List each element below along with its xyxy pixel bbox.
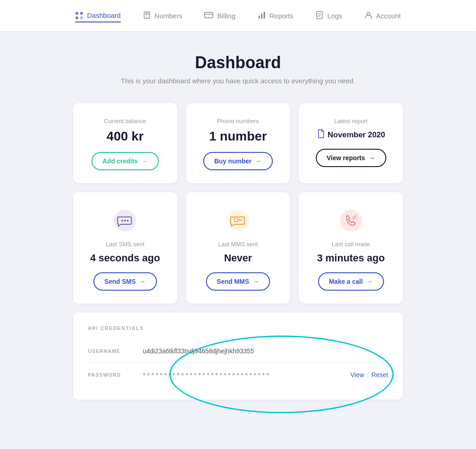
phone-numbers-card: Phone numbers 1 number Buy number bbox=[186, 103, 290, 183]
svg-point-19 bbox=[124, 220, 126, 222]
api-username-row: USERNAME u4di23a6tkfl33tsdj94658djhejhkh… bbox=[88, 340, 388, 362]
svg-rect-9 bbox=[259, 16, 260, 19]
api-credentials-section: API CREDENTIALS USERNAME u4di23a6tkfl33t… bbox=[73, 313, 403, 400]
call-icon-wrap bbox=[337, 207, 365, 234]
svg-point-4 bbox=[146, 16, 147, 17]
latest-report-card: Latest report November 2020 View reports bbox=[299, 103, 403, 183]
svg-point-18 bbox=[121, 220, 123, 222]
svg-rect-7 bbox=[205, 12, 213, 18]
dashboard-icon bbox=[75, 11, 83, 19]
svg-point-20 bbox=[127, 220, 129, 222]
mms-label: Last MMS sent bbox=[218, 241, 258, 248]
buy-number-button[interactable]: Buy number bbox=[203, 152, 273, 170]
nav-account[interactable]: Account bbox=[364, 9, 401, 22]
svg-rect-10 bbox=[261, 14, 262, 19]
svg-rect-0 bbox=[76, 12, 78, 15]
page-subtitle: This is your dashboard where you have qu… bbox=[73, 77, 403, 85]
reset-password-link[interactable]: Reset bbox=[371, 371, 388, 379]
sms-icon bbox=[113, 209, 137, 233]
account-icon bbox=[364, 11, 373, 21]
view-password-link[interactable]: View bbox=[350, 371, 364, 379]
svg-rect-2 bbox=[76, 16, 78, 19]
svg-rect-3 bbox=[80, 16, 83, 19]
call-label: Last call made bbox=[332, 241, 370, 248]
password-label: PASSWORD bbox=[88, 372, 143, 378]
api-password-actions: View / Reset bbox=[350, 371, 388, 379]
phone-numbers-label: Phone numbers bbox=[217, 118, 259, 124]
logs-icon bbox=[315, 11, 324, 21]
call-card: Last call made 3 minutes ago Make a call bbox=[299, 192, 403, 303]
billing-icon bbox=[204, 12, 213, 20]
send-sms-button[interactable]: Send SMS bbox=[93, 272, 157, 291]
latest-report-label: Latest report bbox=[334, 118, 368, 124]
sms-value: 4 seconds ago bbox=[90, 252, 160, 264]
nav-numbers[interactable]: Numbers bbox=[143, 9, 183, 22]
password-value: •••••••••••••••••••••••••••••• bbox=[143, 370, 350, 379]
balance-card: Current balance 400 kr Add credits bbox=[73, 103, 177, 183]
mms-icon bbox=[226, 209, 250, 233]
mms-card: Last MMS sent Never Send MMS bbox=[186, 192, 290, 303]
balance-label: Current balance bbox=[104, 118, 146, 124]
make-call-button[interactable]: Make a call bbox=[318, 272, 384, 291]
svg-point-25 bbox=[340, 210, 362, 232]
nav-dashboard[interactable]: Dashboard bbox=[75, 9, 120, 22]
mms-icon-wrap bbox=[224, 207, 252, 234]
nav-reports[interactable]: Reports bbox=[258, 9, 294, 22]
sms-card: Last SMS sent 4 seconds ago Send SMS bbox=[73, 192, 177, 303]
sms-icon-wrap bbox=[111, 207, 139, 234]
main-content: Dashboard This is your dashboard where y… bbox=[64, 31, 412, 418]
nav-billing[interactable]: Billing bbox=[204, 10, 235, 22]
call-icon bbox=[339, 209, 363, 233]
doc-icon bbox=[317, 129, 325, 141]
username-value: u4di23a6tkfl33tsdj94658djhejhkh93355 bbox=[143, 347, 388, 355]
sms-label: Last SMS sent bbox=[106, 241, 145, 248]
mms-value: Never bbox=[224, 252, 252, 264]
numbers-icon bbox=[143, 11, 151, 21]
api-password-row: PASSWORD •••••••••••••••••••••••••••••• … bbox=[88, 362, 388, 387]
call-value: 3 minutes ago bbox=[317, 252, 385, 264]
svg-rect-1 bbox=[80, 12, 83, 15]
view-reports-button[interactable]: View reports bbox=[316, 149, 386, 167]
api-section-title: API CREDENTIALS bbox=[88, 325, 388, 331]
svg-point-26 bbox=[356, 218, 357, 220]
username-label: USERNAME bbox=[88, 348, 143, 354]
latest-report-meta: November 2020 bbox=[317, 129, 385, 141]
send-mms-button[interactable]: Send MMS bbox=[206, 272, 270, 291]
svg-point-27 bbox=[357, 216, 358, 217]
balance-value: 400 kr bbox=[107, 129, 144, 144]
reports-icon bbox=[258, 11, 266, 21]
nav-logs[interactable]: Logs bbox=[315, 9, 342, 22]
bottom-cards-grid: Last SMS sent 4 seconds ago Send SMS Las… bbox=[73, 192, 403, 303]
api-separator: / bbox=[367, 371, 369, 379]
phone-numbers-value: 1 number bbox=[209, 129, 267, 144]
add-credits-button[interactable]: Add credits bbox=[92, 152, 159, 170]
svg-rect-11 bbox=[264, 12, 265, 19]
main-nav: Dashboard Numbers Billing bbox=[0, 0, 476, 31]
top-cards-grid: Current balance 400 kr Add credits Phone… bbox=[73, 103, 403, 183]
page-title: Dashboard bbox=[73, 53, 403, 72]
latest-report-value: November 2020 bbox=[328, 130, 385, 140]
